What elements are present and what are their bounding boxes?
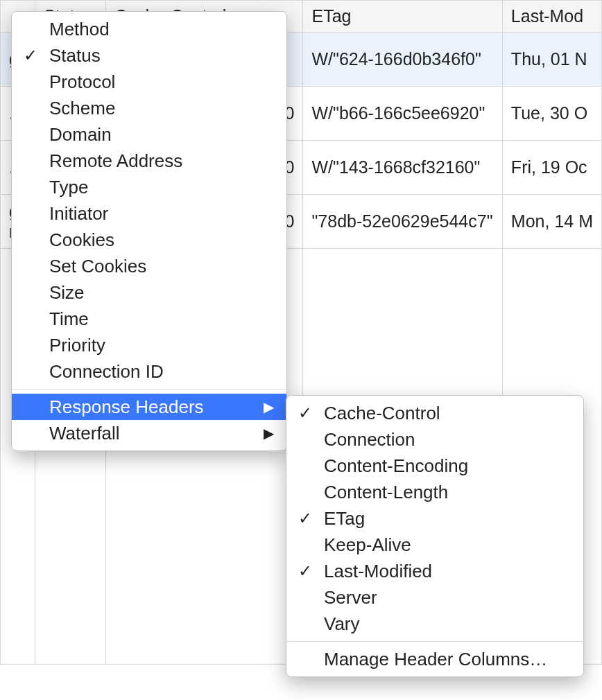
col-header-lastmod[interactable]: Last-Mod xyxy=(502,1,601,33)
response-headers-submenu[interactable]: ✓ Cache-Control Connection Content-Encod… xyxy=(286,395,584,677)
cell-lastmod: Tue, 30 O xyxy=(502,87,601,141)
submenu-item-manage-header-columns[interactable]: Manage Header Columns… xyxy=(286,646,583,672)
submenu-arrow-icon: ▶ xyxy=(264,425,274,441)
menu-item-label: ETag xyxy=(324,508,571,530)
menu-item-label: Type xyxy=(49,177,274,198)
menu-item-priority[interactable]: Priority xyxy=(12,332,286,358)
submenu-item-content-length[interactable]: Content-Length xyxy=(286,479,583,505)
cell-lastmod: Mon, 14 M xyxy=(502,195,601,249)
menu-item-scheme[interactable]: Scheme xyxy=(12,95,286,121)
columns-context-menu[interactable]: Method ✓ Status Protocol Scheme Domain R… xyxy=(11,11,287,451)
menu-item-label: Keep-Alive xyxy=(324,534,571,556)
menu-item-label: Time xyxy=(49,308,274,330)
menu-item-protocol[interactable]: Protocol xyxy=(12,69,286,95)
menu-item-type[interactable]: Type xyxy=(12,174,286,200)
submenu-item-content-encoding[interactable]: Content-Encoding xyxy=(286,453,583,479)
submenu-item-server[interactable]: Server xyxy=(286,584,583,611)
submenu-item-connection[interactable]: Connection xyxy=(286,426,583,453)
menu-item-label: Cookies xyxy=(49,229,274,251)
submenu-item-last-modified[interactable]: ✓ Last-Modified xyxy=(286,558,583,584)
menu-item-response-headers[interactable]: Response Headers ▶ xyxy=(12,394,286,420)
submenu-item-etag[interactable]: ✓ ETag xyxy=(286,505,583,532)
menu-item-set-cookies[interactable]: Set Cookies xyxy=(12,253,286,279)
check-icon: ✓ xyxy=(12,47,49,64)
menu-item-remote-address[interactable]: Remote Address xyxy=(12,148,286,174)
menu-item-label: Initiator xyxy=(49,203,274,225)
menu-item-size[interactable]: Size xyxy=(12,279,286,306)
menu-item-label: Connection ID xyxy=(49,361,274,383)
menu-item-status[interactable]: ✓ Status xyxy=(12,42,286,69)
submenu-item-cache-control[interactable]: ✓ Cache-Control xyxy=(286,400,583,426)
menu-item-label: Waterfall xyxy=(49,423,247,444)
menu-item-label: Method xyxy=(49,19,274,40)
menu-item-domain[interactable]: Domain xyxy=(12,121,286,148)
menu-item-label: Status xyxy=(49,45,274,67)
submenu-arrow-icon: ▶ xyxy=(264,399,274,415)
submenu-item-vary[interactable]: Vary xyxy=(286,611,583,637)
menu-item-cookies[interactable]: Cookies xyxy=(12,227,286,253)
cell-etag: "78db-52e0629e544c7" xyxy=(303,195,502,249)
menu-separator xyxy=(12,389,286,390)
menu-item-waterfall[interactable]: Waterfall ▶ xyxy=(12,420,286,446)
menu-item-method[interactable]: Method xyxy=(12,16,286,42)
col-header-etag[interactable]: ETag xyxy=(303,1,502,33)
menu-item-label: Set Cookies xyxy=(49,256,274,277)
menu-item-label: Priority xyxy=(49,335,274,356)
submenu-item-keep-alive[interactable]: Keep-Alive xyxy=(286,532,583,558)
menu-item-label: Size xyxy=(49,282,274,304)
menu-item-label: Server xyxy=(324,587,571,609)
menu-item-label: Remote Address xyxy=(49,150,274,172)
menu-item-time[interactable]: Time xyxy=(12,306,286,332)
menu-separator xyxy=(286,641,583,642)
menu-item-label: Content-Encoding xyxy=(324,455,571,477)
menu-item-label: Vary xyxy=(324,613,571,635)
menu-item-label: Last-Modified xyxy=(324,561,571,582)
menu-item-initiator[interactable]: Initiator xyxy=(12,200,286,227)
menu-item-label: Connection xyxy=(324,429,571,450)
menu-item-label: Domain xyxy=(49,124,274,146)
menu-item-label: Manage Header Columns… xyxy=(324,649,571,670)
cell-etag: W/"624-166d0b346f0" xyxy=(303,33,502,87)
check-icon: ✓ xyxy=(286,510,324,527)
menu-item-label: Protocol xyxy=(49,71,274,93)
cell-lastmod: Thu, 01 N xyxy=(502,33,601,87)
menu-item-label: Cache-Control xyxy=(324,403,571,424)
menu-item-connection-id[interactable]: Connection ID xyxy=(12,358,286,385)
check-icon: ✓ xyxy=(286,563,324,579)
cell-lastmod: Fri, 19 Oc xyxy=(502,141,601,195)
check-icon: ✓ xyxy=(286,405,324,421)
cell-etag: W/"b66-166c5ee6920" xyxy=(303,87,502,141)
menu-item-label: Response Headers xyxy=(49,396,247,418)
menu-item-label: Content-Length xyxy=(324,482,571,503)
cell-etag: W/"143-1668cf32160" xyxy=(303,141,502,195)
menu-item-label: Scheme xyxy=(49,98,274,119)
